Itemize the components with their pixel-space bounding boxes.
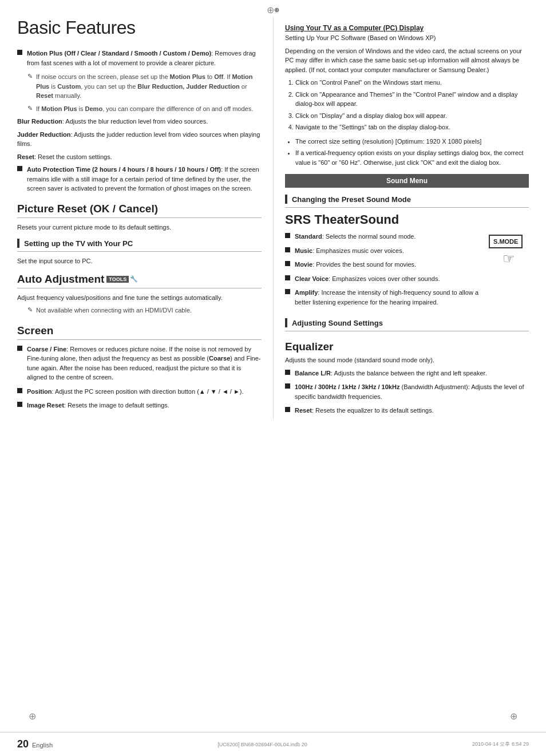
reset-text: Reset: Reset the custom settings. <box>17 152 262 162</box>
bullet-auto-protection: Auto Protection Time (2 hours / 4 hours … <box>17 165 262 193</box>
setting-pc-bar: Setting up the TV with Your PC <box>17 239 262 248</box>
eq-balance: Balance L/R: Adjusts the balance between… <box>285 369 529 378</box>
note-motion-plus-1: ✎ If noise occurs on the screen, please … <box>27 72 262 101</box>
setting-pc-body: Set the input source to PC. <box>17 256 262 266</box>
blur-reduction-text: Blur Reduction: Adjusts the blur reducti… <box>17 117 262 126</box>
note-motion-plus-2: ✎ If Motion Plus is Demo, you can compar… <box>27 104 262 114</box>
sound-menu-bar: Sound Menu <box>285 174 529 188</box>
motion-plus-heading: Motion Plus (Off / Clear / Standard / Sm… <box>27 50 211 57</box>
bullet-position: Position: Adjust the PC screen position … <box>17 387 262 397</box>
bullet-icon <box>17 50 22 55</box>
using-pc-subtitle: Setting Up Your PC Software (Based on Wi… <box>285 33 529 43</box>
using-pc-bullet-1: The correct size setting (resolution) [O… <box>295 137 529 147</box>
picture-reset-title: Picture Reset (OK / Cancel) <box>17 203 262 215</box>
page-number-container: 20 English <box>17 738 53 750</box>
bullet-coarse-fine: Coarse / Fine: Removes or reduces pictur… <box>17 345 262 382</box>
using-pc-body: Depending on the version of Windows and … <box>285 46 529 75</box>
left-column: Basic Features Motion Plus (Off / Clear … <box>17 17 273 420</box>
footer-file: [UC6200] BN68-02694F-00L04.indb 20 <box>217 742 307 747</box>
auto-adj-divider <box>17 288 262 288</box>
srs-clear-voice: Clear Voice: Emphasizes voices over othe… <box>285 274 483 284</box>
srs-amplify: Amplify: Increase the intensity of high-… <box>285 288 483 307</box>
srs-bullet-2 <box>285 247 290 252</box>
picture-reset-body: Resets your current picture mode to its … <box>17 223 262 232</box>
note-motion-plus-2-content: If Motion Plus is Demo, you can compare … <box>36 104 262 114</box>
step-4: Navigate to the "Settings" tab on the di… <box>295 122 529 132</box>
using-pc-bullet-2: If a vertical-frequency option exists on… <box>295 148 529 167</box>
srs-movie: Movie: Provides the best sound for movie… <box>285 260 483 270</box>
srs-music: Music: Emphasizes music over voices. <box>285 246 483 256</box>
bullet-auto-protection-content: Auto Protection Time (2 hours / 4 hours … <box>27 165 262 193</box>
note-auto-adj: ✎ Not available when connecting with an … <box>27 306 262 315</box>
eq-bullet-2 <box>285 383 290 389</box>
screen-title: Screen <box>17 324 262 337</box>
page-footer: 20 English [UC6200] BN68-02694F-00L04.in… <box>0 732 546 756</box>
crosshair-bottom-right-icon: ⊕ <box>510 711 517 722</box>
bullet-image-reset-content: Image Reset: Resets the image to default… <box>27 401 262 410</box>
bullet-icon-position <box>17 388 22 393</box>
main-content: Basic Features Motion Plus (Off / Clear … <box>0 0 546 420</box>
bullet-position-content: Position: Adjust the PC screen position … <box>27 387 262 397</box>
eq-freq: 100Hz / 300Hz / 1kHz / 3kHz / 10kHz (Ban… <box>285 382 529 401</box>
note-auto-adj-content: Not available when connecting with an HD… <box>36 306 262 315</box>
adj-sound-bar-line <box>285 318 287 327</box>
srs-content: Standard: Selects the normal sound mode.… <box>285 232 529 311</box>
changing-sound-bar-line <box>285 195 287 204</box>
using-pc-steps: Click on "Control Panel" on the Windows … <box>295 78 529 132</box>
note-motion-plus-1-content: If noise occurs on the screen, please se… <box>36 72 262 101</box>
bullet-icon-2 <box>17 166 22 171</box>
auto-adj-body: Adjust frequency values/positions and fi… <box>17 293 262 303</box>
changing-sound-divider <box>285 207 529 208</box>
screen-divider <box>17 339 262 340</box>
srs-bullet-1 <box>285 233 290 238</box>
srs-standard: Standard: Selects the normal sound mode. <box>285 232 483 242</box>
srs-bullet-4 <box>285 275 290 280</box>
equalizer-body: Adjusts the sound mode (standard sound m… <box>285 355 529 365</box>
bullet-image-reset: Image Reset: Resets the image to default… <box>17 401 262 410</box>
eq-reset: Reset: Resets the equalizer to its defau… <box>285 406 529 415</box>
judder-reduction-text: Judder Reduction: Adjusts the judder red… <box>17 130 262 149</box>
srs-bullet-3 <box>285 261 290 266</box>
crosshair-top-icon: ⊕ <box>268 5 278 15</box>
page-language: English <box>32 742 53 749</box>
setting-pc-bar-line <box>17 239 19 248</box>
step-3: Click on "Display" and a display dialog … <box>295 111 529 121</box>
step-2: Click on "Appearance and Themes" in the … <box>295 90 529 109</box>
auto-protection-heading: Auto Protection Time (2 hours / 4 hours … <box>27 166 221 173</box>
bullet-motion-plus-content: Motion Plus (Off / Clear / Standard / Sm… <box>27 49 262 68</box>
bullet-coarse-fine-content: Coarse / Fine: Removes or reduces pictur… <box>27 345 262 382</box>
s-mode-hand-icon: ☞ <box>489 251 529 267</box>
note-icon-2: ✎ <box>27 105 33 112</box>
auto-adj-title: Auto Adjustment <box>17 273 104 286</box>
using-pc-title: Using Your TV as a Computer (PC) Display <box>285 24 529 32</box>
srs-title: SRS TheaterSound <box>285 212 529 227</box>
tools-badge: TOOLS <box>106 276 129 283</box>
page-number: 20 <box>17 738 29 750</box>
adj-sound-divider <box>285 331 529 331</box>
s-mode-box: S.MODE <box>489 235 523 248</box>
tools-icon: 🔧 <box>130 275 138 283</box>
bullet-icon-coarse <box>17 346 22 351</box>
setting-pc-divider <box>17 251 262 252</box>
crosshair-bottom-left-icon: ⊕ <box>29 711 36 722</box>
srs-image: S.MODE ☞ <box>489 235 529 267</box>
eq-bullet-3 <box>285 407 290 412</box>
page-container: ⊕ Basic Features Motion Plus (Off / Clea… <box>0 0 546 756</box>
footer-date: 2010-04-14 오후 6:54 29 <box>472 741 529 748</box>
right-column: Using Your TV as a Computer (PC) Display… <box>273 17 529 420</box>
eq-bullet-1 <box>285 370 290 375</box>
setting-pc-title: Setting up the TV with Your PC <box>24 239 133 248</box>
bullet-motion-plus: Motion Plus (Off / Clear / Standard / Sm… <box>17 49 262 68</box>
note-icon-1: ✎ <box>27 73 33 80</box>
step-1: Click on "Control Panel" on the Windows … <box>295 78 529 88</box>
using-pc-bullets: The correct size setting (resolution) [O… <box>295 137 529 168</box>
changing-sound-title: Changing the Preset Sound Mode <box>292 195 411 204</box>
srs-list: Standard: Selects the normal sound mode.… <box>285 232 483 311</box>
note-icon-3: ✎ <box>27 306 33 314</box>
equalizer-title: Equalizer <box>285 341 529 353</box>
picture-reset-divider <box>17 217 262 218</box>
adj-sound-title: Adjusting Sound Settings <box>292 319 383 327</box>
changing-sound-bar: Changing the Preset Sound Mode <box>285 195 529 204</box>
bullet-icon-image-reset <box>17 402 22 407</box>
srs-bullet-5 <box>285 289 290 294</box>
